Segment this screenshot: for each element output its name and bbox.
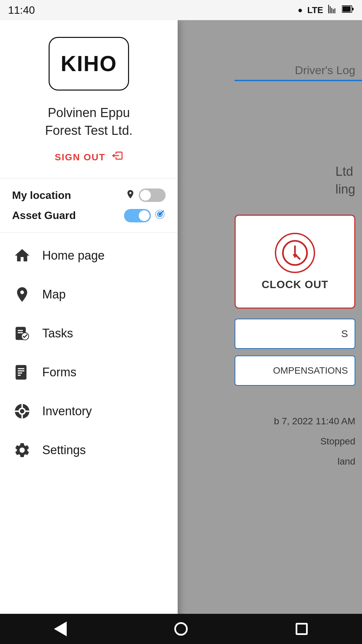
- clock-out-circle: [275, 233, 315, 273]
- bg-button-s[interactable]: S: [235, 319, 355, 349]
- clock-out-label[interactable]: CLOCK OUT: [261, 278, 328, 291]
- location-icon: ●: [298, 5, 303, 15]
- recent-square-icon: [296, 623, 308, 635]
- settings-icon: [12, 440, 32, 460]
- bg-stopped: Stopped: [320, 436, 355, 447]
- bg-ling: ling: [336, 182, 355, 197]
- back-triangle-icon: [54, 622, 67, 636]
- nav-recent-button[interactable]: [288, 619, 315, 639]
- bottom-nav-bar: [0, 614, 362, 644]
- sign-out-icon: [111, 150, 123, 165]
- my-location-label: My location: [12, 189, 71, 202]
- logo-text: KIHO: [61, 51, 117, 76]
- svg-rect-1: [343, 6, 351, 12]
- nav-item-settings[interactable]: Settings: [0, 431, 178, 470]
- home-circle-icon: [174, 622, 188, 636]
- nav-item-home[interactable]: Home page: [0, 236, 178, 275]
- radar-icon: [154, 209, 166, 222]
- location-pin-icon: [125, 189, 135, 202]
- bg-company: Ltd ling: [336, 164, 355, 197]
- svg-rect-13: [16, 365, 27, 380]
- nav-label-inventory: Inventory: [42, 404, 92, 418]
- nav-label-home: Home page: [42, 249, 105, 263]
- nav-item-forms[interactable]: Forms: [0, 353, 178, 392]
- status-bar: 11:40 ● LTE: [0, 0, 362, 20]
- my-location-toggle-right: [125, 189, 166, 202]
- nav-label-forms: Forms: [42, 365, 76, 379]
- nav-label-tasks: Tasks: [42, 326, 73, 340]
- lte-icon: LTE: [307, 5, 323, 15]
- my-location-row: My location: [12, 189, 166, 202]
- bg-datetime: b 7, 2022 11:40 AM: [274, 416, 355, 427]
- map-icon: [12, 284, 32, 305]
- drivers-log-label: Driver's Log: [295, 64, 355, 77]
- user-name: Polvinen Eppu Forest Test Ltd.: [45, 104, 132, 140]
- sign-out-button[interactable]: SIGN OUT: [55, 150, 123, 165]
- nav-items: Home page Map Tasks: [0, 233, 178, 644]
- drawer-header: KIHO Polvinen Eppu Forest Test Ltd. SIGN…: [0, 20, 178, 178]
- nav-item-inventory[interactable]: Inventory: [0, 392, 178, 431]
- clock-out-icon: [282, 239, 308, 266]
- inventory-icon: [12, 401, 32, 421]
- my-location-toggle[interactable]: [139, 189, 166, 202]
- bg-land: land: [338, 456, 355, 467]
- bg-button-compensations[interactable]: OMPENSATIONS: [235, 356, 355, 386]
- navigation-drawer: KIHO Polvinen Eppu Forest Test Ltd. SIGN…: [0, 20, 178, 644]
- asset-guard-row: Asset Guard: [12, 209, 166, 222]
- drivers-log-underline: [235, 80, 362, 81]
- nav-back-button[interactable]: [47, 619, 74, 639]
- signal-icon: [328, 4, 337, 16]
- asset-guard-toggle-right: [124, 209, 166, 222]
- home-icon: [12, 246, 32, 266]
- asset-guard-label: Asset Guard: [12, 209, 76, 222]
- status-icons: ● LTE: [298, 4, 354, 16]
- bg-ltd: Ltd: [336, 164, 355, 179]
- battery-icon: [342, 5, 354, 15]
- status-time: 11:40: [8, 4, 35, 16]
- nav-label-map: Map: [42, 287, 66, 302]
- forms-icon: [12, 362, 32, 382]
- toggle-section: My location Asset Guard: [0, 178, 178, 233]
- nav-item-tasks[interactable]: Tasks: [0, 314, 178, 353]
- tasks-icon: [12, 323, 32, 343]
- clock-out-button[interactable]: CLOCK OUT: [235, 215, 355, 309]
- nav-label-settings: Settings: [42, 443, 86, 457]
- nav-home-button[interactable]: [168, 619, 194, 639]
- app-logo: KIHO: [49, 37, 129, 91]
- sign-out-label: SIGN OUT: [55, 152, 105, 163]
- asset-guard-toggle[interactable]: [124, 209, 151, 222]
- svg-rect-2: [352, 8, 354, 10]
- nav-item-map[interactable]: Map: [0, 275, 178, 314]
